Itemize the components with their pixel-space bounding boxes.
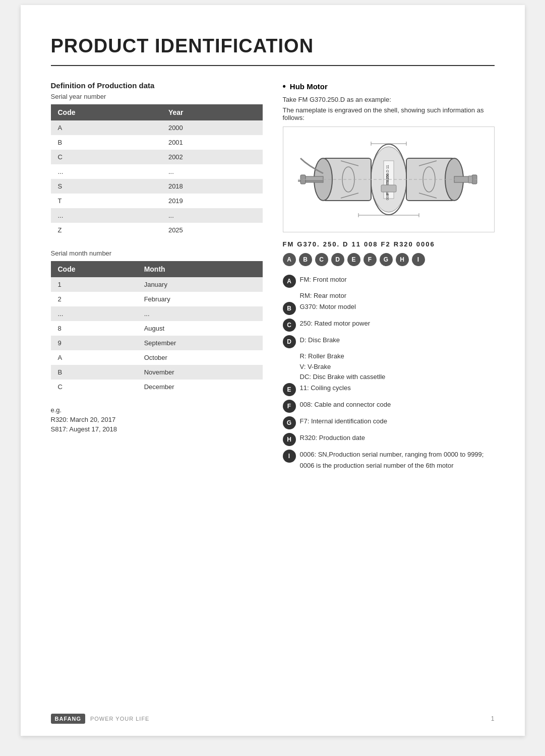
desc-circle-h: H: [283, 433, 296, 446]
left-column: Definition of Production data Serial yea…: [51, 81, 263, 435]
desc-circle-g: G: [283, 416, 296, 429]
table-cell: B: [51, 365, 137, 380]
desc-sub-item: V: V-Brake: [300, 362, 495, 372]
table-cell: ...: [51, 164, 161, 179]
desc-sub-item: R: Roller Brake: [300, 351, 495, 362]
desc-text: FM: Front motor: [300, 274, 347, 285]
month-table-col-code: Code: [51, 261, 137, 277]
table-cell: 1: [51, 277, 137, 292]
table-row: B2001: [51, 135, 263, 150]
right-column: Hub Motor Take FM G370.250.D as an examp…: [283, 81, 495, 474]
year-table: Code Year A2000B2001C2002......S2018T201…: [51, 104, 263, 237]
desc-sub-item: RM: Rear motor: [300, 291, 495, 301]
desc-text: F7: Internal identification code: [300, 416, 387, 427]
table-cell: September: [137, 336, 263, 350]
table-row: AOctober: [51, 350, 263, 365]
year-table-col-year: Year: [161, 104, 263, 120]
table-row: ......: [51, 164, 263, 179]
table-cell: 2001: [161, 135, 263, 150]
desc-circle-d: D: [283, 335, 296, 348]
table-cell: A: [51, 350, 137, 365]
table-row: C2002: [51, 150, 263, 164]
table-cell: C: [51, 150, 161, 164]
serial-part: 0006: [416, 240, 435, 248]
serial-part: 11: [351, 240, 360, 248]
table-row: A2000: [51, 120, 263, 135]
table-cell: 2000: [161, 120, 263, 135]
desc-item-g: GF7: Internal identification code: [283, 416, 495, 429]
circle-label-f: F: [364, 253, 377, 266]
example-line-2: S817: Augest 17, 2018: [51, 425, 263, 433]
table-cell: 2019: [161, 194, 263, 208]
desc-item-row: DD: Disc Brake: [283, 335, 495, 348]
desc-item-row: GF7: Internal identification code: [283, 416, 495, 429]
table-row: CDecember: [51, 380, 263, 394]
table-row: ......: [51, 208, 263, 223]
desc-item-e: E11: Coiling cycles: [283, 383, 495, 396]
title-divider: [51, 65, 495, 66]
table-cell: January: [137, 277, 263, 292]
table-row: T2019: [51, 194, 263, 208]
table-cell: February: [137, 292, 263, 306]
desc-circle-a: A: [283, 275, 296, 288]
desc-item-a: AFM: Front motorRM: Rear motor: [283, 274, 495, 301]
table-cell: ...: [51, 208, 161, 223]
table-cell: 2: [51, 292, 137, 306]
table-cell: ...: [51, 306, 137, 321]
desc-item-d: DD: Disc BrakeR: Roller BrakeV: V-BrakeD…: [283, 335, 495, 383]
desc-sub-item: DC: Disc Brake with cassetlle: [300, 372, 495, 383]
circle-labels-row: ABCDEFGHI: [283, 253, 495, 266]
circle-label-g: G: [380, 253, 393, 266]
table-cell: A: [51, 120, 161, 135]
table-cell: 2002: [161, 150, 263, 164]
hub-motor-desc2: The nameplate is engraved on the shell, …: [283, 106, 495, 121]
serial-part: D: [343, 240, 348, 248]
desc-item-c: C250: Rated motor power: [283, 318, 495, 332]
desc-list: AFM: Front motorRM: Rear motorBG370: Mot…: [283, 274, 495, 471]
desc-item-row: AFM: Front motor: [283, 274, 495, 288]
table-cell: S: [51, 179, 161, 194]
desc-circle-i: I: [283, 450, 296, 463]
motor-diagram: FM G370.250.D 11 008F2R3200006: [283, 127, 495, 232]
table-cell: 2025: [161, 223, 263, 237]
table-row: BNovember: [51, 365, 263, 380]
desc-item-row: I0006: SN,Production serial number, rang…: [283, 449, 495, 471]
page-title: PRODUCT IDENTIFICATION: [51, 35, 495, 57]
desc-item-i: I0006: SN,Production serial number, rang…: [283, 449, 495, 471]
desc-circle-e: E: [283, 383, 296, 396]
circle-label-d: D: [331, 253, 344, 266]
serial-part: G370.: [297, 240, 320, 248]
footer-page-number: 1: [491, 715, 495, 722]
circle-label-h: H: [396, 253, 409, 266]
table-row: 1January: [51, 277, 263, 292]
serial-part: R320: [394, 240, 413, 248]
desc-text: R320: Production date: [300, 432, 365, 444]
serial-part: 008: [364, 240, 378, 248]
content-grid: Definition of Production data Serial yea…: [51, 81, 495, 474]
circle-label-b: B: [299, 253, 312, 266]
table-cell: October: [137, 350, 263, 365]
footer-brand: BAFANG POWER YOUR LIFE: [51, 714, 150, 724]
desc-circle-c: C: [283, 319, 296, 332]
table-row: Z2025: [51, 223, 263, 237]
month-table-col-month: Month: [137, 261, 263, 277]
table-cell: 9: [51, 336, 137, 350]
desc-item-row: BG370: Motor model: [283, 301, 495, 315]
year-table-col-code: Code: [51, 104, 161, 120]
examples-label: e.g.: [51, 406, 263, 414]
table-cell: August: [137, 321, 263, 336]
table-cell: November: [137, 365, 263, 380]
table-cell: ...: [161, 208, 263, 223]
circle-label-i: I: [412, 253, 425, 266]
table-cell: T: [51, 194, 161, 208]
hub-motor-title: Hub Motor: [283, 81, 495, 92]
page: PRODUCT IDENTIFICATION Definition of Pro…: [21, 5, 525, 736]
footer-tagline: POWER YOUR LIFE: [90, 716, 149, 722]
table-row: ......: [51, 306, 263, 321]
table-row: S2018: [51, 179, 263, 194]
table-cell: 2018: [161, 179, 263, 194]
serial-part: FM: [283, 240, 294, 248]
desc-item-row: E11: Coiling cycles: [283, 383, 495, 396]
table-cell: 8: [51, 321, 137, 336]
desc-item-f: F008: Cable and connector code: [283, 399, 495, 413]
